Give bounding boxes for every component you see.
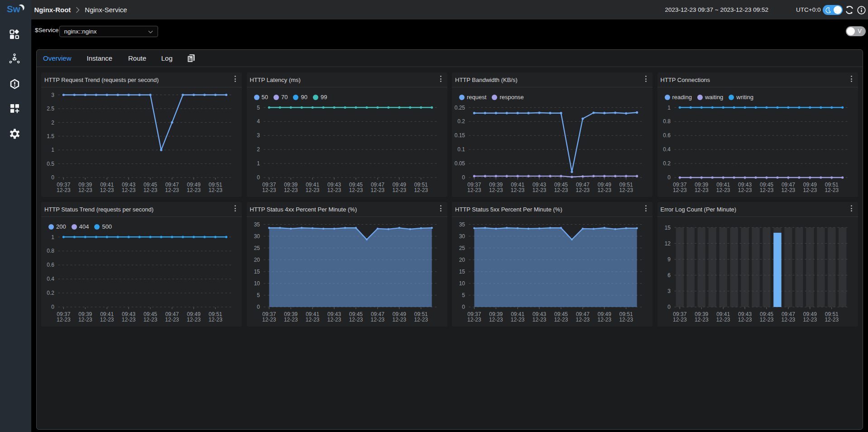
svg-text:15: 15 [254, 269, 260, 275]
svg-text:12-23: 12-23 [144, 317, 158, 323]
svg-text:4: 4 [257, 118, 260, 125]
svg-text:12-23: 12-23 [100, 187, 114, 193]
svg-text:20: 20 [254, 257, 260, 263]
svg-text:1: 1 [667, 105, 671, 111]
svg-text:12-23: 12-23 [262, 187, 276, 193]
svg-text:3: 3 [257, 132, 260, 139]
svg-text:0.4: 0.4 [47, 276, 54, 282]
svg-text:12-23: 12-23 [489, 187, 503, 193]
svg-text:12-23: 12-23 [78, 187, 92, 193]
svg-text:12-23: 12-23 [208, 187, 222, 193]
svg-text:12-23: 12-23 [597, 317, 611, 323]
svg-text:2.5: 2.5 [47, 106, 54, 112]
svg-text:1.5: 1.5 [47, 133, 54, 139]
svg-text:12-23: 12-23 [825, 187, 839, 193]
svg-text:12-23: 12-23 [122, 317, 136, 323]
svg-text:12-23: 12-23 [370, 317, 384, 323]
svg-text:12-23: 12-23 [825, 317, 839, 323]
svg-text:1: 1 [257, 160, 260, 167]
svg-text:0: 0 [462, 304, 465, 310]
svg-text:12-23: 12-23 [467, 317, 481, 323]
svg-text:12-23: 12-23 [370, 187, 384, 193]
svg-text:0: 0 [667, 304, 671, 310]
svg-text:12-23: 12-23 [716, 187, 730, 193]
svg-text:0.2: 0.2 [457, 118, 465, 125]
svg-text:12-23: 12-23 [511, 187, 525, 193]
svg-text:12-23: 12-23 [305, 187, 319, 193]
svg-text:0.6: 0.6 [47, 262, 54, 268]
svg-text:12-23: 12-23 [122, 187, 136, 193]
svg-text:0.5: 0.5 [47, 161, 54, 167]
svg-text:35: 35 [459, 221, 465, 228]
svg-text:0.2: 0.2 [47, 290, 54, 296]
svg-text:12-23: 12-23 [781, 317, 795, 323]
svg-text:12-23: 12-23 [165, 317, 179, 323]
svg-text:12-23: 12-23 [144, 187, 158, 193]
svg-text:12-23: 12-23 [187, 187, 201, 193]
svg-text:15: 15 [459, 269, 465, 275]
svg-text:12-23: 12-23 [738, 317, 752, 323]
svg-text:12-23: 12-23 [803, 317, 817, 323]
svg-text:12-23: 12-23 [619, 317, 633, 323]
svg-text:0.6: 0.6 [663, 132, 671, 139]
svg-text:0: 0 [51, 304, 54, 310]
svg-text:0: 0 [667, 174, 671, 181]
svg-text:12: 12 [664, 240, 671, 247]
svg-text:12-23: 12-23 [694, 317, 708, 323]
svg-text:12-23: 12-23 [738, 187, 752, 193]
svg-text:12-23: 12-23 [597, 187, 611, 193]
svg-text:2: 2 [51, 120, 54, 126]
svg-text:12-23: 12-23 [511, 317, 525, 323]
svg-text:15: 15 [664, 225, 671, 231]
svg-text:12-23: 12-23 [673, 317, 687, 323]
svg-text:12-23: 12-23 [576, 187, 590, 193]
svg-text:25: 25 [254, 245, 260, 251]
svg-text:5: 5 [257, 292, 260, 298]
svg-text:12-23: 12-23 [694, 187, 708, 193]
svg-text:12-23: 12-23 [165, 187, 179, 193]
svg-text:12-23: 12-23 [467, 187, 481, 193]
svg-text:12-23: 12-23 [532, 317, 547, 323]
svg-text:12-23: 12-23 [283, 187, 297, 193]
svg-text:12-23: 12-23 [716, 317, 730, 323]
svg-text:12-23: 12-23 [392, 187, 406, 193]
svg-text:12-23: 12-23 [208, 317, 222, 323]
svg-text:0.4: 0.4 [663, 146, 671, 153]
svg-text:30: 30 [254, 233, 260, 240]
svg-text:Sw: Sw [7, 4, 20, 14]
svg-text:12-23: 12-23 [414, 317, 428, 323]
svg-text:12-23: 12-23 [673, 187, 687, 193]
svg-text:12-23: 12-23 [349, 317, 363, 323]
svg-text:30: 30 [459, 233, 465, 240]
svg-text:3: 3 [667, 288, 671, 294]
svg-text:9: 9 [667, 256, 671, 263]
svg-text:12-23: 12-23 [781, 187, 795, 193]
svg-text:0: 0 [51, 174, 54, 181]
svg-text:6: 6 [667, 272, 671, 278]
svg-text:12-23: 12-23 [489, 317, 503, 323]
svg-text:12-23: 12-23 [187, 317, 201, 323]
svg-text:12-23: 12-23 [392, 317, 406, 323]
svg-text:20: 20 [459, 257, 465, 263]
svg-text:1: 1 [51, 234, 54, 240]
svg-text:5: 5 [462, 292, 465, 298]
svg-text:1: 1 [51, 147, 54, 153]
svg-text:0.8: 0.8 [663, 118, 671, 125]
svg-text:10: 10 [459, 280, 465, 287]
svg-text:0.2: 0.2 [663, 160, 671, 167]
svg-text:12-23: 12-23 [414, 187, 428, 193]
svg-text:0.15: 0.15 [455, 132, 465, 139]
svg-text:12-23: 12-23 [576, 317, 590, 323]
svg-text:12-23: 12-23 [759, 317, 773, 323]
svg-text:12-23: 12-23 [78, 317, 92, 323]
svg-text:12-23: 12-23 [283, 317, 297, 323]
svg-text:3: 3 [51, 92, 54, 98]
svg-text:10: 10 [254, 280, 260, 287]
svg-text:12-23: 12-23 [100, 317, 114, 323]
svg-text:12-23: 12-23 [349, 187, 363, 193]
svg-text:0.05: 0.05 [455, 160, 465, 167]
svg-text:0.25: 0.25 [455, 105, 465, 111]
svg-text:12-23: 12-23 [262, 317, 276, 323]
svg-text:12-23: 12-23 [619, 187, 633, 193]
svg-text:35: 35 [254, 221, 260, 228]
